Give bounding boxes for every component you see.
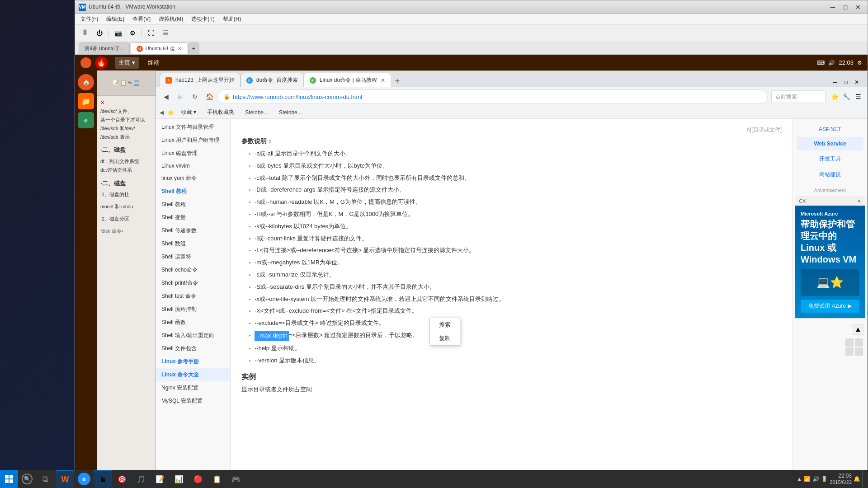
sidebar-shell-5[interactable]: Shell echo命令 — [156, 263, 230, 277]
taskbar-app-vmware[interactable]: 🖥 — [94, 470, 112, 488]
browser-search-box[interactable]: 点此搜索 — [771, 90, 826, 103]
toolbar-settings[interactable]: ⚙ — [126, 27, 139, 39]
wps-text-10: fdisk 命令• — [100, 227, 152, 235]
vmware-close[interactable]: ✕ — [852, 3, 864, 12]
bookmark-mobile[interactable]: 手机收藏夹 — [203, 108, 238, 117]
ubuntu-tab-close[interactable]: ✕ — [178, 46, 181, 51]
ubuntu-tab-active[interactable]: U Ubuntu 64 位 ✕ — [131, 42, 187, 54]
menu-tabs[interactable]: 选项卡(T) — [188, 14, 218, 24]
toolbar-unity[interactable]: ☰ — [159, 27, 172, 39]
toolbar-fullscreen[interactable]: ⛶ — [145, 27, 157, 39]
app-files[interactable]: 📁 — [78, 93, 94, 109]
sidebar-item-3[interactable]: Linux vi/vim — [156, 160, 230, 172]
vmware-minimize[interactable]: ─ — [827, 3, 839, 12]
bookmark-star[interactable]: ⭐ — [167, 109, 174, 116]
sidebar-shell-9[interactable]: Shell 函数 — [156, 316, 230, 329]
taskbar-cortana[interactable]: 🔍 — [18, 470, 36, 488]
sidebar-shell-7[interactable]: Shell test 命令 — [156, 290, 230, 303]
toolbar-power[interactable]: ⏻ — [93, 27, 106, 39]
tab2-close[interactable]: ✕ — [381, 77, 385, 84]
browser-maximize[interactable]: □ — [841, 77, 851, 87]
ubuntu-tab-prev[interactable]: 第9讲 Ubuntu了... — [79, 42, 130, 54]
toolbar-menu-btn[interactable]: ☰ — [853, 91, 863, 102]
forward-button[interactable]: ▶ — [174, 90, 187, 103]
start-button[interactable] — [0, 470, 18, 488]
taskbar-app-5[interactable]: 🎵 — [132, 470, 150, 488]
sidebar-shell-4[interactable]: Shell 运算符 — [156, 250, 230, 263]
toolbar-snapshot[interactable]: 📷 — [112, 27, 124, 39]
menu-file[interactable]: 文件(F) — [77, 14, 102, 24]
status-settings[interactable]: ⚙ — [857, 60, 862, 66]
sidebar-shell-11[interactable]: Shell 文件包含 — [156, 342, 230, 355]
taskbar-task-view[interactable]: ⧉ — [36, 470, 54, 488]
menu-edit[interactable]: 编辑(E) — [103, 14, 128, 24]
right-nav-aspnet[interactable]: ASP.NET — [797, 122, 863, 136]
home-button[interactable]: 🏠 — [203, 90, 216, 103]
nav-terminal[interactable]: 终端 — [144, 57, 163, 69]
nav-home[interactable]: 主页 ▾ — [115, 57, 139, 69]
sidebar-item-1[interactable]: Linux 用户和用户组管理 — [156, 134, 230, 147]
sidebar-linux-ref-section[interactable]: Linux 参考手册 — [156, 355, 230, 368]
taskbar-app-4[interactable]: 🎯 — [113, 470, 131, 488]
ad-close[interactable]: ✕ — [857, 198, 861, 204]
ubuntu-tab-new[interactable]: + — [188, 42, 199, 54]
sidebar-item-0[interactable]: Linux 文件与目录管理 — [156, 121, 230, 134]
sidebar-shell-6[interactable]: Shell printf命令 — [156, 277, 230, 290]
sidebar-linux-cmd[interactable]: Linux 命令大全 — [156, 368, 230, 381]
sidebar-shell-section[interactable]: Shell 教程 — [156, 185, 230, 198]
vmware-maximize[interactable]: □ — [840, 3, 851, 12]
reload-button[interactable]: ↻ — [189, 90, 201, 103]
menu-help[interactable]: 帮助(H) — [219, 14, 245, 24]
taskbar-app-wps[interactable]: W — [56, 470, 74, 488]
toolbar-pause[interactable]: ⏸ — [79, 27, 91, 39]
sidebar-nginx[interactable]: Nginx 安装配置 — [156, 381, 230, 394]
browser-new-tab[interactable]: + — [391, 75, 404, 87]
context-menu-search[interactable]: 搜索 — [430, 318, 460, 332]
sidebar-shell-2[interactable]: Shell 传递参数 — [156, 224, 230, 237]
menu-vm[interactable]: 虚拟机(M) — [155, 14, 187, 24]
sidebar-shell-0[interactable]: Shell 教程 — [156, 198, 230, 211]
app-browser-ie[interactable]: e — [78, 112, 94, 128]
taskbar-app-6[interactable]: 📝 — [151, 470, 169, 488]
browser-tab-1[interactable]: 百 du命令_百度搜索 — [241, 73, 304, 87]
bookmark-0[interactable]: 收藏 ▾ — [178, 108, 200, 117]
right-nav-webservice[interactable]: Web Service — [797, 137, 863, 150]
bookmark-collapse[interactable]: ◀ — [160, 109, 164, 116]
context-menu-copy[interactable]: 复制 — [430, 332, 460, 345]
collapse-btn[interactable]: ▲ — [853, 324, 863, 335]
app7-icon: 📊 — [175, 475, 184, 483]
taskbar-app-ie[interactable]: e — [75, 470, 93, 488]
sidebar-shell-10[interactable]: Shell 输入/输出重定向 — [156, 329, 230, 342]
browser-close[interactable]: ✕ — [852, 77, 862, 87]
tray-show-desktop[interactable] — [862, 470, 864, 488]
sidebar-mysql[interactable]: MySQL 安装配置 — [156, 394, 230, 408]
taskbar-start-area: 🔍 ⧉ — [0, 470, 54, 488]
menu-view[interactable]: 查看(V) — [129, 14, 154, 24]
ad-cta-button[interactable]: 免费试用 Azure ▶ — [801, 300, 859, 313]
sidebar-item-2[interactable]: Linux 磁盘管理 — [156, 147, 230, 160]
grid-icon-1 — [845, 338, 854, 347]
back-button[interactable]: ◀ — [160, 90, 172, 103]
browser-minimize[interactable]: ─ — [830, 77, 840, 87]
app-home[interactable]: 🏠 — [78, 74, 94, 90]
sidebar-shell-3[interactable]: Shell 数组 — [156, 237, 230, 250]
ad-headline: 帮助保护和管理云中的 Linux 或 Windows VM — [801, 218, 859, 265]
taskbar-app-10[interactable]: 🎮 — [227, 470, 245, 488]
browser-tab-2[interactable]: 菜 Linux du命令 | 菜鸟教程 ✕ — [304, 73, 391, 87]
toolbar-star[interactable]: ⭐ — [829, 91, 840, 102]
bookmark-1[interactable]: Steinbe... — [241, 108, 272, 117]
address-bar[interactable]: 🔒 https://www.runoob.com/linux/linux-com… — [217, 89, 768, 104]
right-nav-devtools[interactable]: 开发工具 — [797, 151, 863, 166]
sidebar-shell-8[interactable]: Shell 流程控制 — [156, 303, 230, 316]
right-nav-website[interactable]: 网站建设 — [797, 167, 863, 182]
sidebar-shell-1[interactable]: Shell 变量 — [156, 211, 230, 224]
sidebar-item-4[interactable]: linux yum 命令 — [156, 172, 230, 185]
bookmark-2[interactable]: Steinbe... — [275, 108, 306, 117]
taskbar-app-7[interactable]: 📊 — [170, 470, 188, 488]
browser-tab-0[interactable]: h hao123_上网从这里开始 — [160, 73, 241, 87]
toolbar-tools[interactable]: 🔧 — [841, 91, 852, 102]
taskbar-app-9[interactable]: 📋 — [208, 470, 226, 488]
taskbar-app-8[interactable]: 🔴 — [189, 470, 207, 488]
tray-arrow[interactable]: ▲ — [797, 476, 802, 482]
tray-notification2[interactable]: 🔔 — [854, 476, 860, 482]
